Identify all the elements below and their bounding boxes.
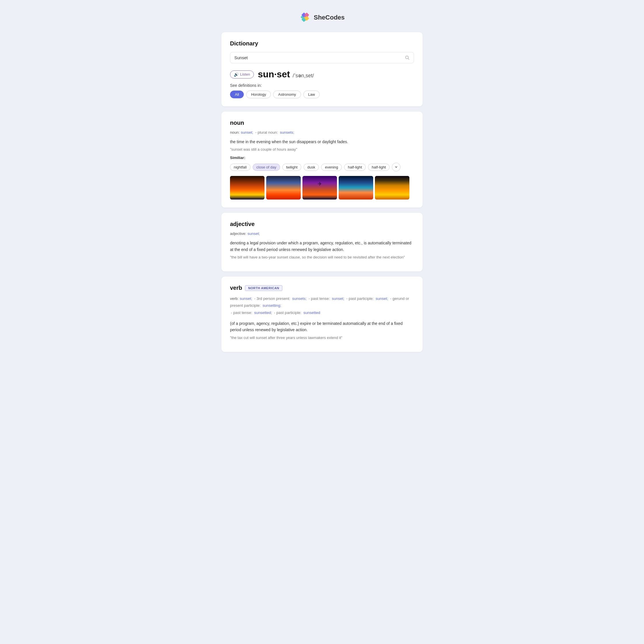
tag-nightfall[interactable]: nightfall	[230, 164, 250, 171]
region-badge: NORTH AMERICAN	[245, 285, 282, 291]
tag-evening[interactable]: evening	[321, 164, 342, 171]
noun-link[interactable]: sunset;	[241, 130, 254, 135]
tag-close-of-day[interactable]: close of day	[253, 164, 280, 171]
third-person-link[interactable]: sunsets;	[292, 296, 306, 301]
search-button[interactable]	[405, 55, 410, 60]
gerund-link[interactable]: sunsetting;	[262, 303, 281, 308]
listen-button[interactable]: 🔊 Listen	[230, 70, 254, 78]
sunset-image-2	[266, 176, 301, 200]
search-input[interactable]	[234, 55, 405, 60]
word-title: sun·set /ˈsənˌset/	[258, 69, 314, 80]
noun-meta: noun: sunset; - plural noun: sunsets;	[230, 130, 414, 135]
past-tense-link[interactable]: sunset;	[332, 296, 344, 301]
search-container	[230, 52, 414, 63]
filter-law[interactable]: Law	[303, 91, 320, 98]
noun-title: noun	[230, 120, 414, 126]
filter-all[interactable]: All	[230, 91, 244, 98]
tag-dusk[interactable]: dusk	[304, 164, 319, 171]
past-participle2-link[interactable]: sunsetted	[303, 311, 320, 315]
noun-definition: the time in the evening when the sun dis…	[230, 139, 414, 145]
adj-link[interactable]: sunset;	[248, 231, 260, 236]
chevron-down-icon	[395, 166, 398, 168]
verb-section: verb NORTH AMERICAN verb: sunset; - 3rd …	[221, 277, 423, 352]
noun-section: noun noun: sunset; - plural noun: sunset…	[221, 112, 423, 208]
adj-meta: adjective: sunset;	[230, 231, 414, 236]
similar-tags: nightfall close of day twilight dusk eve…	[230, 163, 414, 171]
page-title: Dictionary	[230, 40, 414, 47]
sunset-image-5	[375, 176, 409, 200]
see-definitions-label: See definitions in:	[230, 83, 414, 88]
verb-header: verb NORTH AMERICAN	[230, 285, 414, 291]
past-participle-link[interactable]: sunset;	[376, 296, 388, 301]
sunset-image-1	[230, 176, 265, 200]
word-header: 🔊 Listen sun·set /ˈsənˌset/	[230, 69, 414, 80]
noun-example: "sunset was still a couple of hours away…	[230, 147, 414, 152]
plural-link[interactable]: sunsets;	[280, 130, 294, 135]
past-tense2-link[interactable]: sunsetted;	[254, 311, 272, 315]
sunset-images	[230, 176, 414, 200]
similar-label: Similiar:	[230, 156, 414, 160]
tag-twilight[interactable]: twilight	[282, 164, 301, 171]
tag-half-light-1[interactable]: half-light	[344, 164, 366, 171]
sunset-image-4	[339, 176, 373, 200]
logo-icon	[299, 11, 311, 24]
logo-text: SheCodes	[314, 14, 345, 21]
adj-example: "the bill will have a two-year sunset cl…	[230, 255, 414, 259]
svg-line-9	[408, 58, 409, 60]
speaker-icon: 🔊	[234, 72, 239, 77]
verb-meta: verb: sunset; - 3rd person present: suns…	[230, 295, 414, 316]
verb-link[interactable]: sunset;	[240, 296, 252, 301]
adjective-section: adjective adjective: sunset; denoting a …	[221, 213, 423, 271]
adj-definition: denoting a legal provision under which a…	[230, 240, 414, 253]
site-header: SheCodes	[221, 11, 423, 24]
verb-definition: (of a program, agency, regulation, etc.)…	[230, 320, 414, 333]
filter-astronomy[interactable]: Astronomy	[273, 91, 301, 98]
dictionary-card: Dictionary 🔊 Listen sun·set /ˈsənˌset/ S…	[221, 32, 423, 106]
adjective-title: adjective	[230, 221, 414, 227]
phonetic: /ˈsənˌset/	[293, 73, 314, 78]
sunset-image-3	[302, 176, 337, 200]
tag-half-light-2[interactable]: half-light	[368, 164, 390, 171]
more-tags-button[interactable]	[392, 163, 400, 171]
search-icon	[405, 55, 410, 60]
logo: SheCodes	[299, 11, 345, 24]
verb-example: "the tax cut will sunset after three yea…	[230, 336, 414, 340]
verb-title: verb	[230, 285, 242, 291]
filter-horology[interactable]: Horology	[246, 91, 271, 98]
definition-filters: All Horology Astronomy Law	[230, 91, 414, 98]
